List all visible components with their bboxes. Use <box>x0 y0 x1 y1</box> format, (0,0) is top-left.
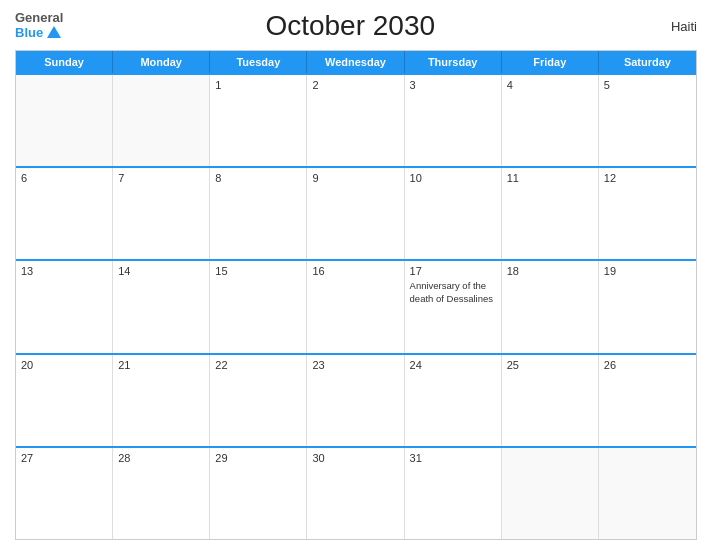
weekday-header-friday: Friday <box>502 51 599 73</box>
calendar-cell: 1 <box>210 75 307 166</box>
calendar-week-4: 20212223242526 <box>16 353 696 446</box>
day-number: 27 <box>21 452 107 464</box>
calendar-cell: 4 <box>502 75 599 166</box>
calendar-cell: 26 <box>599 355 696 446</box>
calendar-cell: 7 <box>113 168 210 259</box>
day-number: 6 <box>21 172 107 184</box>
day-number: 16 <box>312 265 398 277</box>
day-number: 2 <box>312 79 398 91</box>
day-number: 7 <box>118 172 204 184</box>
header: General Blue October 2030 Haiti <box>15 10 697 42</box>
calendar-cell: 12 <box>599 168 696 259</box>
calendar-title: October 2030 <box>63 10 637 42</box>
day-number: 4 <box>507 79 593 91</box>
day-number: 30 <box>312 452 398 464</box>
calendar-cell: 5 <box>599 75 696 166</box>
logo: General Blue <box>15 11 63 42</box>
day-number: 23 <box>312 359 398 371</box>
day-number: 11 <box>507 172 593 184</box>
calendar-cell: 8 <box>210 168 307 259</box>
calendar-header: SundayMondayTuesdayWednesdayThursdayFrid… <box>16 51 696 73</box>
calendar-cell: 10 <box>405 168 502 259</box>
weekday-header-thursday: Thursday <box>405 51 502 73</box>
calendar-cell <box>502 448 599 539</box>
calendar-cell: 16 <box>307 261 404 352</box>
calendar-cell: 30 <box>307 448 404 539</box>
calendar-cell <box>599 448 696 539</box>
weekday-header-saturday: Saturday <box>599 51 696 73</box>
day-number: 21 <box>118 359 204 371</box>
weekday-header-tuesday: Tuesday <box>210 51 307 73</box>
page: General Blue October 2030 Haiti SundayMo… <box>0 0 712 550</box>
calendar-cell: 27 <box>16 448 113 539</box>
calendar-cell: 29 <box>210 448 307 539</box>
weekday-header-sunday: Sunday <box>16 51 113 73</box>
calendar-cell: 14 <box>113 261 210 352</box>
day-number: 18 <box>507 265 593 277</box>
logo-blue-text: Blue <box>15 26 43 39</box>
day-number: 8 <box>215 172 301 184</box>
logo-icon <box>45 24 63 42</box>
day-number: 1 <box>215 79 301 91</box>
calendar-cell: 25 <box>502 355 599 446</box>
calendar-cell: 9 <box>307 168 404 259</box>
day-number: 12 <box>604 172 691 184</box>
calendar-cell <box>113 75 210 166</box>
calendar-cell: 2 <box>307 75 404 166</box>
weekday-header-wednesday: Wednesday <box>307 51 404 73</box>
day-number: 10 <box>410 172 496 184</box>
calendar-cell: 3 <box>405 75 502 166</box>
calendar-cell: 20 <box>16 355 113 446</box>
calendar-cell: 31 <box>405 448 502 539</box>
calendar-cell: 18 <box>502 261 599 352</box>
calendar-cell: 19 <box>599 261 696 352</box>
calendar-cell: 23 <box>307 355 404 446</box>
day-number: 17 <box>410 265 496 277</box>
country-label: Haiti <box>637 19 697 34</box>
day-number: 22 <box>215 359 301 371</box>
calendar-week-1: 12345 <box>16 73 696 166</box>
day-number: 28 <box>118 452 204 464</box>
calendar-cell: 6 <box>16 168 113 259</box>
calendar-cell: 24 <box>405 355 502 446</box>
calendar: SundayMondayTuesdayWednesdayThursdayFrid… <box>15 50 697 540</box>
calendar-cell: 11 <box>502 168 599 259</box>
logo-general-text: General <box>15 11 63 24</box>
day-number: 13 <box>21 265 107 277</box>
calendar-cell: 21 <box>113 355 210 446</box>
day-number: 9 <box>312 172 398 184</box>
day-number: 29 <box>215 452 301 464</box>
day-number: 26 <box>604 359 691 371</box>
day-number: 31 <box>410 452 496 464</box>
calendar-week-3: 1314151617Anniversary of the death of De… <box>16 259 696 352</box>
event-label: Anniversary of the death of Dessalines <box>410 280 496 305</box>
weekday-header-monday: Monday <box>113 51 210 73</box>
day-number: 24 <box>410 359 496 371</box>
calendar-cell: 15 <box>210 261 307 352</box>
day-number: 15 <box>215 265 301 277</box>
calendar-week-5: 2728293031 <box>16 446 696 539</box>
day-number: 19 <box>604 265 691 277</box>
calendar-cell: 17Anniversary of the death of Dessalines <box>405 261 502 352</box>
day-number: 25 <box>507 359 593 371</box>
day-number: 5 <box>604 79 691 91</box>
calendar-body: 1234567891011121314151617Anniversary of … <box>16 73 696 539</box>
day-number: 3 <box>410 79 496 91</box>
calendar-cell: 13 <box>16 261 113 352</box>
day-number: 14 <box>118 265 204 277</box>
calendar-cell: 28 <box>113 448 210 539</box>
svg-marker-0 <box>47 26 61 38</box>
calendar-week-2: 6789101112 <box>16 166 696 259</box>
day-number: 20 <box>21 359 107 371</box>
calendar-cell: 22 <box>210 355 307 446</box>
calendar-cell <box>16 75 113 166</box>
